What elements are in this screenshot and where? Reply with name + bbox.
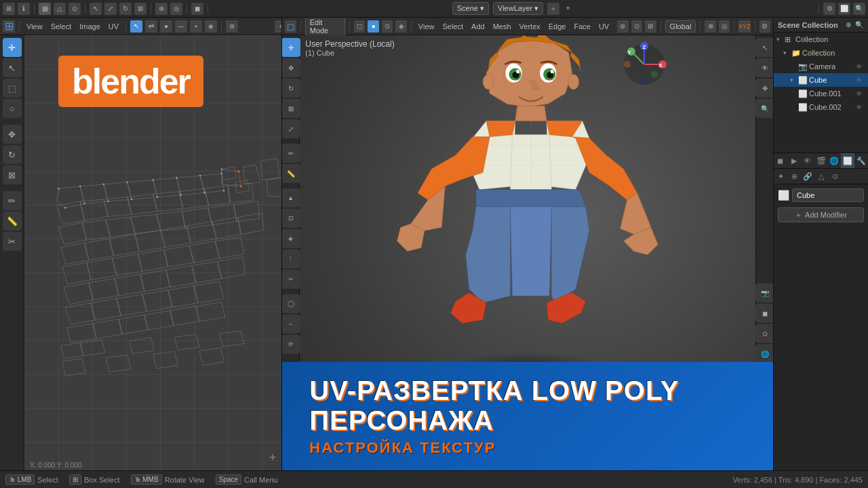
outliner-filter-icon[interactable]: ⊛: [844, 20, 853, 30]
search-icon[interactable]: 🔍: [853, 3, 865, 15]
vp-measure-tool-btn[interactable]: 📏: [282, 164, 300, 183]
vp-overlay-icon[interactable]: ⊙: [631, 20, 642, 33]
xyz-icon[interactable]: XYZ: [738, 20, 751, 33]
uv-vertices-icon[interactable]: ●: [160, 20, 172, 33]
cube001-eye-icon[interactable]: 👁: [856, 90, 865, 98]
vp-world-btn[interactable]: 🌐: [755, 344, 774, 363]
new-scene-btn[interactable]: ＋: [561, 3, 574, 15]
uv-select-menu[interactable]: Select: [48, 22, 75, 30]
tree-cube-001[interactable]: ▾ ⬜ Cube.001 👁: [774, 87, 868, 100]
vp-add-menu[interactable]: Add: [469, 22, 488, 30]
vp-gizmo-toggle[interactable]: ⊛: [617, 20, 628, 33]
prop-physics-icon[interactable]: ⊕: [787, 169, 801, 184]
uv-editor-type-icon[interactable]: ⊞: [3, 20, 15, 33]
vp-knife-tool-btn[interactable]: ✂: [282, 270, 300, 289]
prop-data-icon[interactable]: △: [814, 169, 828, 184]
vp-scale-tool-btn[interactable]: ⊠: [282, 99, 300, 118]
wire-shade-icon[interactable]: ◻: [354, 20, 365, 33]
uv-cursor-tool[interactable]: ✛: [3, 38, 22, 57]
uv-rotate-tool[interactable]: ↻: [3, 145, 22, 164]
vp-settings-icon[interactable]: ⚙: [760, 20, 770, 33]
uv-grab-tool[interactable]: ✥: [3, 125, 22, 144]
vp-vertex-menu[interactable]: Vertex: [517, 22, 543, 30]
vp-transform-tool-btn[interactable]: ⤢: [282, 119, 300, 138]
prop-object-icon[interactable]: ⬜: [841, 153, 854, 168]
uv-overlay-icon[interactable]: ⊛: [226, 20, 238, 33]
cube-eye-icon[interactable]: 👁: [856, 77, 865, 84]
workspace-icon-sculpt[interactable]: ⊙: [68, 3, 81, 15]
prop-view-icon[interactable]: 👁: [801, 153, 814, 168]
axis-gizmo-area[interactable]: X Y Z: [620, 41, 668, 90]
settings-icon[interactable]: ⚙: [823, 3, 835, 15]
uv-scale-tool[interactable]: ⊠: [3, 165, 22, 184]
uv-uv-menu[interactable]: UV: [106, 22, 121, 30]
viewlayer-dropdown[interactable]: ViewLayer ▾: [493, 2, 543, 15]
vp-xray-icon[interactable]: ⊞: [645, 20, 656, 33]
outliner-search-icon[interactable]: 🔍: [854, 20, 864, 30]
prop-constraints-icon[interactable]: 🔗: [801, 169, 814, 184]
vp-slide-tool-btn[interactable]: ↔: [282, 314, 300, 333]
app-icon[interactable]: ⊞: [3, 3, 15, 15]
prop-world-icon[interactable]: 🌐: [827, 153, 841, 168]
uv-annotate-tool[interactable]: ✏: [3, 191, 22, 210]
window-icon[interactable]: ⬜: [838, 3, 850, 15]
tree-scene-collection[interactable]: ▾ ⊞ Collection: [774, 33, 868, 46]
vp-nav-move[interactable]: ✥: [755, 79, 774, 98]
uv-tool-select-icon[interactable]: ↖: [130, 20, 142, 33]
vp-smooth-tool-btn[interactable]: ◯: [282, 294, 300, 313]
render-icon[interactable]: ◼: [191, 3, 203, 15]
transform-icon[interactable]: ⤢: [104, 3, 117, 15]
material-shade-icon[interactable]: ⊙: [382, 20, 393, 33]
uv-measure-tool[interactable]: 📏: [3, 211, 22, 230]
snap-toggle[interactable]: ⊕: [705, 20, 715, 33]
props-name-field[interactable]: Cube: [792, 188, 864, 202]
uv-sync-icon[interactable]: ⇄: [145, 20, 157, 33]
uv-new-btn[interactable]: ＋: [275, 20, 282, 33]
vp-view-menu[interactable]: View: [416, 22, 437, 30]
uv-select-tool[interactable]: ↖: [3, 58, 22, 77]
rotate-icon[interactable]: ↻: [119, 3, 132, 15]
vp-extrude-tool-btn[interactable]: ▲: [282, 188, 300, 207]
vp-mat-btn[interactable]: ⊙: [755, 324, 774, 343]
select-icon[interactable]: ↖: [90, 3, 102, 15]
vp-move-tool-btn[interactable]: ✥: [282, 58, 300, 77]
proportional-icon[interactable]: ◎: [170, 3, 182, 15]
uv-image-menu[interactable]: Image: [77, 22, 103, 30]
prop-modifier-icon[interactable]: 🔧: [854, 153, 868, 168]
vp-edge-menu[interactable]: Edge: [546, 22, 569, 30]
vp-bevel-tool-btn[interactable]: ◈: [282, 229, 300, 248]
uv-edges-icon[interactable]: —: [175, 20, 187, 33]
vp-nav-view[interactable]: 👁: [755, 58, 774, 77]
workspace-icon-layout[interactable]: ▦: [39, 3, 51, 15]
vp-select-menu[interactable]: Select: [440, 22, 467, 30]
proportional-edit-icon[interactable]: ◎: [719, 20, 730, 33]
snap-icon[interactable]: ⊕: [155, 3, 167, 15]
tree-cube-002[interactable]: ▾ ⬜ Cube.002 👁: [774, 100, 868, 114]
vp-inset-tool-btn[interactable]: ⊡: [282, 209, 300, 228]
prop-render-icon[interactable]: ◼: [774, 153, 787, 168]
vp-loop-cut-tool-btn[interactable]: ⋮: [282, 249, 300, 268]
scale-icon[interactable]: ⊠: [134, 3, 146, 15]
prop-scene-icon[interactable]: 🎬: [814, 153, 828, 168]
prop-output-icon[interactable]: ▶: [787, 153, 801, 168]
uv-rip-tool[interactable]: ✂: [3, 232, 22, 251]
viewport-3d[interactable]: ✛ ✥ ↻ ⊠ ⤢ ✏ 📏 ▲ ⊡ ◈ ⋮ ✂ ◯ ↔: [282, 35, 773, 488]
add-modifier-btn[interactable]: ＋ Add Modifier: [778, 207, 864, 222]
vp-uv-menu[interactable]: UV: [596, 22, 612, 30]
uv-canvas[interactable]: blender: [24, 35, 281, 470]
vp-annotate-tool-btn[interactable]: ✏: [282, 144, 300, 163]
tree-cube[interactable]: ▾ ⬜ Cube 👁: [774, 73, 868, 87]
prop-material-icon[interactable]: ⊙: [828, 169, 842, 184]
new-scene-icon[interactable]: ＋: [547, 3, 559, 15]
tree-collection[interactable]: ▾ 📁 Collection: [774, 46, 868, 60]
edit-mode-dropdown[interactable]: Edit Mode: [305, 16, 345, 37]
tree-camera[interactable]: ▾ 📷 Camera 👁: [774, 60, 868, 73]
solid-shade-icon[interactable]: ●: [368, 20, 378, 33]
camera-eye-icon[interactable]: 👁: [856, 63, 865, 70]
vp-mesh-menu[interactable]: Mesh: [490, 22, 514, 30]
transform-orientation-dropdown[interactable]: Global: [665, 20, 696, 33]
uv-circle-select-tool[interactable]: ○: [3, 99, 22, 118]
cube002-eye-icon[interactable]: 👁: [856, 104, 865, 111]
vp-render-btn[interactable]: ◼: [755, 304, 774, 323]
uv-view-menu[interactable]: View: [24, 22, 45, 30]
